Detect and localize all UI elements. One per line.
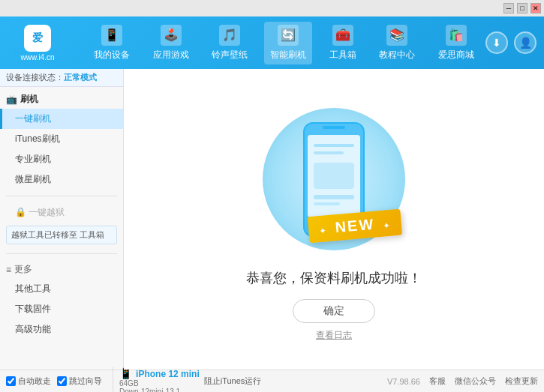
nav-my-device[interactable]: 📱 我的设备: [88, 22, 136, 64]
nav-toolbox[interactable]: 🧰 工具箱: [323, 22, 362, 64]
pro-flash-label: 专业刷机: [15, 154, 51, 164]
nav-my-device-label: 我的设备: [94, 49, 130, 61]
status-label: 设备连接状态：: [6, 73, 64, 82]
disk-flash-label: 微星刷机: [15, 174, 51, 184]
sidebar-divider-2: [6, 253, 117, 254]
itunes-flash-label: iTunes刷机: [15, 133, 60, 144]
logo-area: 爱 www.i4.cn: [8, 25, 68, 61]
customer-service-link[interactable]: 客服: [429, 376, 446, 387]
apps-games-icon: 🕹️: [161, 25, 182, 46]
device-name: iPhone 12 mini: [136, 369, 200, 379]
auto-start-checkbox[interactable]: 自动敢走: [6, 376, 51, 387]
download-firmware-label: 下载固件: [15, 304, 51, 314]
itunes-status: 阻止iTunes运行: [204, 376, 262, 387]
device-info: 📱 iPhone 12 mini 64GB Down-12mini-13,1: [113, 367, 200, 393]
status-bar: 设备连接状态：正常模式: [0, 69, 123, 87]
svg-rect-8: [314, 202, 340, 205]
status-value: 正常模式: [64, 73, 97, 82]
nav-tutorial-label: 教程中心: [379, 49, 415, 61]
sidebar-item-download-firmware[interactable]: 下载固件: [0, 299, 123, 319]
smart-flash-icon: 🔄: [278, 25, 299, 46]
svg-rect-7: [314, 195, 354, 199]
confirm-button[interactable]: 确定: [293, 299, 375, 323]
more-section: ≡ 更多 其他工具 下载固件 高级功能: [0, 257, 123, 343]
version-text: V7.98.66: [387, 377, 420, 386]
sidebar-item-advanced[interactable]: 高级功能: [0, 319, 123, 340]
bottom-right: V7.98.66 客服 微信公众号 检查更新: [387, 376, 538, 387]
nav-brand-store[interactable]: 🛍️ 爱思商城: [432, 22, 480, 64]
phone-illustration: ✦ ✦ ✦ NEW: [259, 97, 409, 262]
nav-right-area: ⬇ 👤: [485, 31, 536, 54]
skip-wizard-input[interactable]: [57, 376, 67, 386]
sidebar-divider-1: [6, 196, 117, 196]
my-device-icon: 📱: [101, 25, 122, 46]
sparkle-1: ✦: [278, 119, 287, 131]
flash-group-header: 📺 刷机: [0, 90, 123, 109]
nav-smart-flash[interactable]: 🔄 智能刷机: [264, 22, 312, 64]
sidebar-item-one-click-flash[interactable]: 一键刷机: [0, 109, 123, 129]
jailbreak-header: 🔒 一键越狱: [0, 202, 123, 223]
auto-start-label: 自动敢走: [18, 376, 51, 387]
nav-items: 📱 我的设备 🕹️ 应用游戏 🎵 铃声壁纸 🔄 智能刷机 🧰 工具箱 📚 教程中…: [83, 22, 485, 64]
nav-brand-store-label: 爱思商城: [438, 49, 474, 61]
wechat-public-link[interactable]: 微信公众号: [455, 376, 496, 387]
device-storage: 64GB: [119, 379, 200, 388]
sparkle-2: ✦: [377, 115, 383, 124]
device-model: Down-12mini-13,1: [119, 388, 200, 393]
bottom-bar: 自动敢走 跳过向导 📱 iPhone 12 mini 64GB Down-12m…: [0, 370, 544, 392]
success-message: 恭喜您，保资料刷机成功啦！: [246, 269, 422, 287]
nav-ringtone-label: 铃声壁纸: [212, 49, 248, 61]
maximize-button[interactable]: □: [517, 3, 527, 13]
svg-rect-4: [314, 144, 354, 147]
nav-toolbox-label: 工具箱: [329, 49, 356, 61]
svg-rect-2: [323, 126, 345, 129]
jailbreak-notice-text: 越狱工具已转移至 工具箱: [11, 230, 104, 239]
nav-tutorial[interactable]: 📚 教程中心: [373, 22, 421, 64]
main-area: 设备连接状态：正常模式 📺 刷机 一键刷机 iTunes刷机 专业刷机 微星刷机: [0, 69, 544, 370]
svg-rect-6: [314, 163, 354, 189]
download-button[interactable]: ⬇: [485, 31, 508, 54]
auto-start-input[interactable]: [6, 376, 16, 386]
log-link-text: 查看日志: [316, 330, 352, 340]
nav-apps-games[interactable]: 🕹️ 应用游戏: [147, 22, 195, 64]
tutorial-icon: 📚: [386, 25, 407, 46]
content-area: ✦ ✦ ✦ NEW: [124, 69, 544, 370]
bottom-left: 自动敢走 跳过向导 📱 iPhone 12 mini 64GB Down-12m…: [6, 367, 387, 393]
nav-apps-games-label: 应用游戏: [153, 49, 189, 61]
nav-smart-flash-label: 智能刷机: [270, 49, 306, 61]
brand-store-icon: 🛍️: [446, 25, 467, 46]
sidebar-item-other-tools[interactable]: 其他工具: [0, 279, 123, 299]
bottom-left-col: 自动敢走 跳过向导: [6, 376, 102, 387]
itunes-status-text: 阻止iTunes运行: [204, 376, 262, 385]
flash-group-icon: 📺: [6, 94, 17, 105]
title-bar: ─ □ ✕: [0, 0, 544, 16]
flash-section: 📺 刷机 一键刷机 iTunes刷机 专业刷机 微星刷机: [0, 87, 123, 193]
more-group-label: 更多: [14, 263, 32, 276]
sidebar-item-itunes-flash[interactable]: iTunes刷机: [0, 129, 123, 149]
skip-wizard-checkbox[interactable]: 跳过向导: [57, 376, 102, 387]
toolbox-icon: 🧰: [332, 25, 353, 46]
check-update-link[interactable]: 检查更新: [505, 376, 538, 387]
one-click-flash-label: 一键刷机: [15, 113, 51, 124]
nav-ringtone-wallpaper[interactable]: 🎵 铃声壁纸: [206, 22, 254, 64]
svg-rect-5: [314, 151, 344, 154]
checkboxes-row: 自动敢走 跳过向导: [6, 376, 102, 387]
sidebar-item-pro-flash[interactable]: 专业刷机: [0, 149, 123, 169]
skip-wizard-label: 跳过向导: [69, 376, 102, 387]
close-button[interactable]: ✕: [530, 3, 541, 13]
header: 爱 www.i4.cn 📱 我的设备 🕹️ 应用游戏 🎵 铃声壁纸 🔄 智能刷机…: [0, 16, 544, 69]
jailbreak-notice: 越狱工具已转移至 工具箱: [6, 226, 117, 244]
more-group-header: ≡ 更多: [0, 260, 123, 279]
sidebar-item-disk-flash[interactable]: 微星刷机: [0, 169, 123, 190]
new-badge-text: NEW: [335, 216, 375, 236]
more-group-icon: ≡: [6, 265, 11, 275]
logo-text: www.i4.cn: [20, 53, 54, 61]
minimize-button[interactable]: ─: [503, 3, 514, 13]
jailbreak-section: 🔒 一键越狱 越狱工具已转移至 工具箱: [0, 199, 123, 250]
flash-group-label: 刷机: [20, 93, 38, 106]
ringtone-icon: 🎵: [219, 25, 240, 46]
confirm-button-label: 确定: [323, 304, 344, 316]
user-button[interactable]: 👤: [514, 31, 536, 54]
sidebar: 设备连接状态：正常模式 📺 刷机 一键刷机 iTunes刷机 专业刷机 微星刷机: [0, 69, 124, 370]
show-log-link[interactable]: 查看日志: [316, 329, 352, 342]
